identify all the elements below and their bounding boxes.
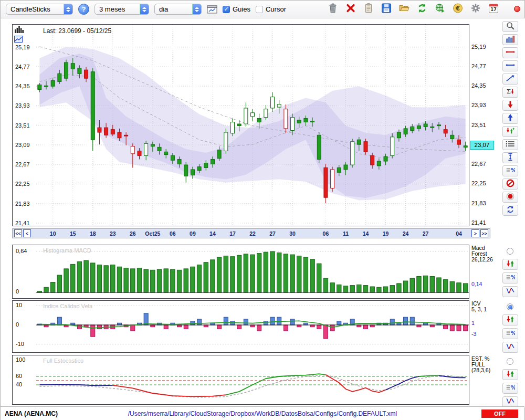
- tool-list-button[interactable]: [502, 139, 518, 150]
- guies-checkbox-box[interactable]: ✓: [223, 6, 230, 13]
- line-blue-icon: [506, 61, 515, 71]
- tool-cycle-button[interactable]: [502, 205, 518, 216]
- tool-line-red-button[interactable]: [502, 47, 518, 58]
- tool-sum-button[interactable]: Σ: [502, 87, 518, 98]
- x-axis-date-label: 09: [190, 230, 196, 237]
- svg-text:%: %: [510, 167, 515, 174]
- clipboard-button[interactable]: [363, 4, 374, 15]
- y-axis-label: 23,51: [471, 122, 486, 128]
- x-axis-date-label: 06: [323, 230, 329, 237]
- x-axis-date-label: 11: [343, 230, 349, 237]
- period-value: 3 meses: [99, 5, 125, 13]
- off-toggle[interactable]: OFF: [481, 410, 518, 418]
- tool-trend-line-button[interactable]: [502, 74, 518, 85]
- macd-percent-button[interactable]: %: [502, 272, 518, 284]
- settings-gear-button[interactable]: [470, 4, 481, 15]
- svg-text:21,83: 21,83: [15, 201, 30, 207]
- toolbar: CandleSticks ? 3 meses dia ✓ Guies Curso…: [1, 1, 524, 18]
- icv-wave-button[interactable]: [502, 342, 518, 353]
- tool-compare-arrows-button[interactable]: [502, 126, 518, 137]
- tool-histogram-button[interactable]: [502, 34, 518, 45]
- macd-wave-button[interactable]: [502, 286, 518, 297]
- trend-line-icon: [506, 74, 515, 85]
- svg-text:22,25: 22,25: [15, 181, 30, 187]
- globe-download-button[interactable]: [434, 4, 446, 15]
- stoch-radio[interactable]: [507, 358, 513, 365]
- percent-icon: %: [506, 166, 515, 176]
- mini-linechart-icon[interactable]: [14, 36, 23, 43]
- calendar-button[interactable]: 17: [488, 4, 499, 15]
- open-folder-button[interactable]: [398, 4, 410, 15]
- guies-checkbox[interactable]: ✓ Guies: [223, 5, 250, 13]
- cursor-label: Cursor: [266, 5, 286, 13]
- panel-arrows-icon: [506, 370, 515, 380]
- help-button[interactable]: ?: [78, 4, 89, 15]
- tool-percent-button[interactable]: %: [502, 165, 518, 176]
- y-axis-label: 22,67: [471, 161, 486, 167]
- x-axis-date-label: 26: [130, 230, 136, 237]
- macd-panel-arrows-button[interactable]: [502, 259, 518, 270]
- svg-text:25,19: 25,19: [15, 44, 30, 50]
- stoch-panel-arrows-button[interactable]: [502, 369, 518, 380]
- x-axis-date-label: 27: [423, 230, 429, 237]
- icv-side-labels: ICV 5, 3, 1: [471, 301, 499, 312]
- config-path-label: /Users/mserra/Library/CloudStorage/Dropb…: [1, 410, 524, 417]
- panel-arrows-icon: [506, 259, 515, 270]
- tool-arrow-down-red-button[interactable]: [502, 100, 518, 111]
- svg-text:24,35: 24,35: [15, 83, 30, 89]
- stoch-wave-button[interactable]: [502, 396, 518, 407]
- macd-radio[interactable]: [507, 248, 513, 255]
- x-axis-navigation: << < > >> 1015182326Oct25060914172227300…: [12, 228, 490, 238]
- window-close-dot[interactable]: [514, 6, 520, 12]
- histogram-icon: [506, 35, 515, 45]
- percent-icon: %: [506, 329, 515, 339]
- percent-icon: %: [506, 383, 515, 394]
- guies-label: Guies: [233, 5, 250, 13]
- tool-arrow-up-blue-button[interactable]: [502, 113, 518, 124]
- app-window: CandleSticks ? 3 meses dia ✓ Guies Curso…: [0, 0, 525, 420]
- save-button[interactable]: [381, 4, 392, 15]
- macd-panel: Histograma MACD 0,64 0: [12, 245, 469, 299]
- stoch-percent-button[interactable]: %: [502, 383, 518, 394]
- mini-histogram-icon[interactable]: [14, 26, 25, 34]
- trash-button[interactable]: [327, 4, 339, 15]
- interval-select[interactable]: dia: [154, 4, 202, 15]
- icv-neg-value: -3: [471, 331, 476, 337]
- stoch-indicator-params: (28,3,6): [471, 368, 499, 373]
- scroll-next-button[interactable]: >: [471, 229, 479, 237]
- vertical-range-icon: [506, 153, 515, 163]
- tool-zoom-button[interactable]: [502, 21, 518, 32]
- period-select[interactable]: 3 meses: [94, 4, 149, 15]
- x-axis-date-label: 14: [363, 230, 369, 237]
- chart-type-select[interactable]: CandleSticks: [6, 4, 73, 15]
- refresh-button[interactable]: [416, 4, 428, 15]
- cursor-checkbox[interactable]: Cursor: [256, 5, 286, 13]
- icv-panel-arrows-button[interactable]: [502, 314, 518, 326]
- delete-icon: [345, 3, 356, 15]
- x-axis-date-label: 27: [269, 230, 276, 237]
- scroll-first-button[interactable]: <<: [14, 229, 22, 237]
- delete-button[interactable]: [345, 4, 356, 15]
- x-axis-date-label: 19: [383, 230, 389, 237]
- candlestick-chart[interactable]: 25,1924,7724,3523,9323,5123,0922,6722,25…: [13, 25, 469, 226]
- tool-line-blue-button[interactable]: [502, 60, 518, 71]
- icv-percent-button[interactable]: %: [502, 328, 518, 339]
- trash-icon: [328, 3, 338, 15]
- svg-text:%: %: [510, 274, 515, 281]
- scroll-prev-button[interactable]: <: [23, 229, 31, 237]
- y-axis-label: 24,35: [471, 82, 486, 89]
- tool-forbidden-button[interactable]: [502, 178, 518, 190]
- icv-radio[interactable]: [507, 303, 513, 310]
- cursor-checkbox-box[interactable]: [256, 6, 263, 13]
- tool-record-button[interactable]: [502, 192, 518, 203]
- select-stepper-icon: [192, 4, 201, 15]
- icv-ymin-label: -10: [16, 341, 24, 347]
- euro-button[interactable]: €: [452, 4, 464, 15]
- status-bar: AENA (AENA.MC) /Users/mserra/Library/Clo…: [1, 406, 524, 420]
- window-chart-icon[interactable]: [207, 5, 217, 14]
- scroll-last-button[interactable]: >>: [480, 229, 488, 237]
- y-axis-label: 22,25: [471, 180, 486, 186]
- tool-vertical-range-button[interactable]: [502, 152, 518, 163]
- svg-text:24,77: 24,77: [15, 64, 30, 70]
- interval-value: dia: [159, 5, 168, 13]
